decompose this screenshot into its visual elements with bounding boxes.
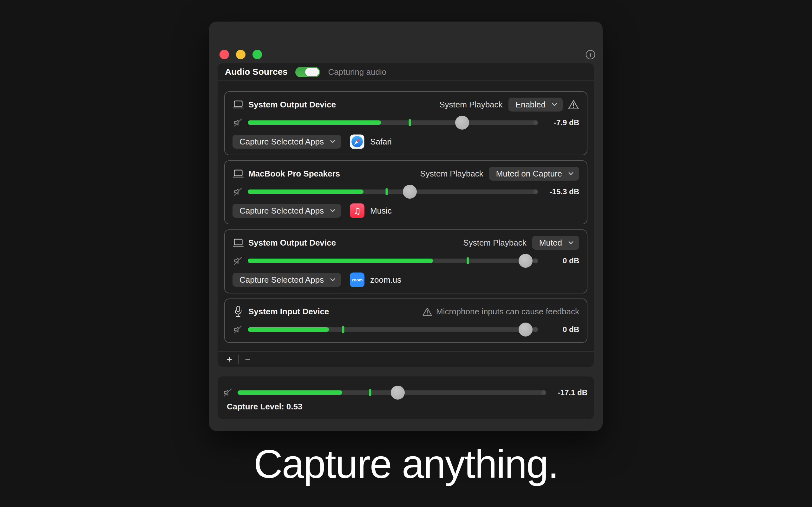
info-button[interactable]: i [585,49,596,60]
device-name: MacBook Pro Speakers [248,169,340,179]
footer-divider [238,354,239,364]
track-end-dot [533,259,538,263]
db-value: 0 dB [542,257,579,265]
track-end-dot [533,189,538,194]
playback-mode-dropdown[interactable]: Enabled [508,98,563,112]
audio-sources-panel: Audio Sources Capturing audio System Out… [218,63,594,367]
slider-knob[interactable] [403,185,417,199]
db-value: -7.9 dB [542,118,579,127]
device-name: System Input Device [248,307,329,317]
speaker-mute-icon [233,118,243,128]
playback-mode-value: Enabled [515,100,546,110]
speaker-mute-icon [233,256,243,266]
add-source-button[interactable]: + [222,352,236,366]
capture-level-slider[interactable] [238,390,546,395]
level-tick [342,326,345,333]
svg-text:zoom: zoom [352,278,363,282]
db-value: 0 dB [542,325,579,334]
level-meter [248,120,381,125]
capture-apps-dropdown[interactable]: Capture Selected Apps [233,273,341,287]
remove-source-button[interactable]: − [241,352,255,366]
source-card-system-output-1: System Output Device System Playback Ena… [224,91,588,155]
track-end-dot [533,327,538,332]
device-name: System Output Device [248,100,336,110]
chevron-down-icon [330,278,335,281]
laptop-icon [233,100,244,109]
capture-level-panel: -17.1 dB Capture Level: 0.53 [218,377,594,419]
level-meter [248,259,433,263]
app-name: Music [370,206,392,216]
db-value: -17.1 dB [550,388,588,397]
level-tick [369,389,371,396]
toggle-knob [305,68,319,76]
volume-slider[interactable] [248,189,537,194]
level-tick [386,188,388,195]
traffic-lights [219,50,262,59]
audio-sources-label: Audio Sources [225,67,288,77]
playback-mode-dropdown[interactable]: Muted on Capture [489,167,579,181]
chevron-down-icon [552,103,557,106]
music-icon: ♫ [350,204,364,218]
slider-knob[interactable] [391,386,405,400]
device-name: System Output Device [248,238,336,248]
capture-apps-value: Capture Selected Apps [240,275,324,285]
chevron-down-icon [330,209,335,212]
system-playback-label: System Playback [463,238,526,248]
source-card-macbook-speakers: MacBook Pro Speakers System Playback Mut… [224,160,588,224]
speaker-mute-icon [223,388,233,398]
source-card-system-output-2: System Output Device System Playback Mut… [224,229,588,293]
capture-apps-dropdown[interactable]: Capture Selected Apps [233,204,341,218]
playback-mode-value: Muted [539,238,562,248]
level-tick [467,257,469,264]
volume-slider[interactable] [248,327,537,332]
microphone-icon [233,305,244,318]
capture-level-label: Capture Level: 0.53 [227,402,588,412]
fullscreen-button[interactable] [252,50,262,59]
hero-tagline: Capture anything. [0,441,812,487]
volume-slider[interactable] [248,120,537,125]
level-tick [409,119,411,126]
playback-mode-value: Muted on Capture [496,169,562,179]
chevron-down-icon [568,241,573,244]
sources-footer: + − [218,351,594,367]
slider-knob[interactable] [519,254,532,268]
db-value: -15.3 dB [542,187,579,196]
mute-button[interactable] [233,256,243,266]
audio-sources-toggle[interactable] [295,67,320,77]
mute-button[interactable] [233,187,243,197]
speaker-mute-icon [233,325,243,335]
level-meter [248,327,329,332]
close-button[interactable] [219,50,229,59]
track-end-dot [533,120,538,125]
capture-apps-dropdown[interactable]: Capture Selected Apps [233,135,341,149]
volume-slider[interactable] [248,259,537,263]
laptop-icon [233,169,244,178]
track-end-dot [542,390,546,395]
slider-knob[interactable] [519,323,532,337]
zoom-icon: zoom [350,273,364,287]
svg-text:i: i [590,52,592,58]
level-meter [238,390,342,395]
capturing-status: Capturing audio [328,67,387,77]
source-card-system-input: System Input Device Microphone inputs ca… [224,298,588,343]
svg-text:♫: ♫ [353,206,361,216]
minimize-button[interactable] [236,50,246,59]
app-window: i S Sound Siphon: Audio Unit v1.0 Preset… [209,21,603,431]
mute-button[interactable] [222,388,233,398]
mute-button[interactable] [233,325,243,335]
system-playback-label: System Playback [439,100,502,110]
app-name: Safari [370,137,392,147]
capture-apps-value: Capture Selected Apps [240,137,324,147]
app-name: zoom.us [370,275,401,285]
audio-sources-header: Audio Sources Capturing audio [218,63,594,81]
chevron-down-icon [330,140,335,143]
slider-knob[interactable] [455,116,469,130]
system-playback-label: System Playback [420,169,483,179]
playback-mode-dropdown[interactable]: Muted [532,236,579,250]
level-meter [248,189,363,194]
warning-icon [422,307,432,316]
mute-button[interactable] [233,118,243,128]
speaker-mute-icon [233,187,243,197]
capture-apps-value: Capture Selected Apps [240,206,324,216]
safari-icon [350,134,364,149]
